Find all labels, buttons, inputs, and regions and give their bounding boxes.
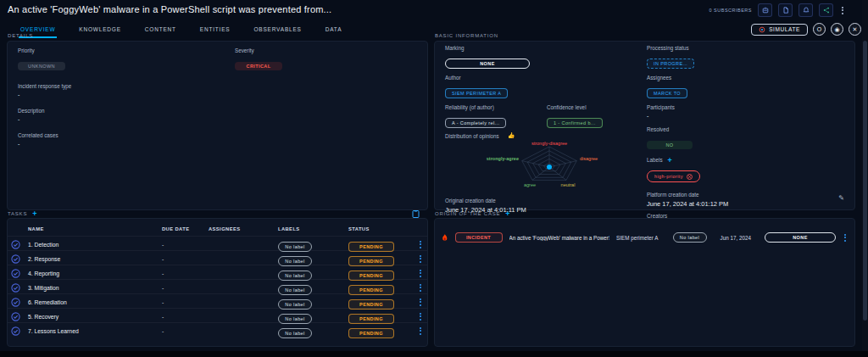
task-row[interactable]: 5. Recovery-No labelPENDING (8, 308, 427, 322)
tasks-table-body: 1. Detection-No labelPENDING2. Response-… (8, 236, 427, 337)
task-row[interactable]: 3. Mitigation-No labelPENDING (8, 279, 427, 293)
origin-incident-row[interactable]: INCIDENT An active 'FoggyWeb' malware in… (442, 229, 848, 246)
task-name: 2. Response (28, 256, 162, 262)
label-chip-high-priority[interactable]: high-priority (647, 170, 700, 182)
original-creation-date-label: Original creation date (445, 198, 645, 204)
task-due-date: - (162, 271, 209, 276)
origin-marking-chip: NONE (765, 232, 836, 243)
processing-status-label: Processing status (647, 45, 848, 51)
digest-button[interactable] (758, 3, 772, 17)
confidence-chip[interactable]: 1 - Confirmed b... (547, 118, 603, 128)
incident-response-type-label: Incident response type (18, 83, 417, 89)
share-button[interactable] (819, 3, 833, 17)
add-task-button[interactable]: + (32, 211, 37, 216)
task-row-menu[interactable] (417, 238, 424, 250)
tab-content[interactable]: CONTENT (143, 23, 178, 38)
task-row[interactable]: 2. Response-No labelPENDING (8, 250, 427, 265)
task-check-icon[interactable] (11, 312, 28, 321)
more-options-menu[interactable] (839, 4, 846, 16)
task-check-icon[interactable] (11, 269, 28, 278)
page-scrollbar[interactable] (862, 0, 868, 357)
tab-entities[interactable]: ENTITIES (198, 23, 232, 38)
fire-icon (442, 232, 448, 243)
confidence-label: Confidence level (547, 104, 645, 110)
task-due-date: - (162, 314, 209, 320)
task-row[interactable]: 4. Reporting-No labelPENDING (8, 265, 427, 279)
correlated-cases-value: - (18, 141, 417, 147)
tab-data[interactable]: DATA (324, 23, 344, 38)
edit-pencil-button[interactable]: ✎ (838, 194, 844, 202)
priority-label: Priority (18, 47, 235, 53)
task-row-menu[interactable] (417, 296, 424, 308)
notifications-button[interactable] (798, 3, 813, 17)
col-labels[interactable]: LABELS (278, 226, 348, 231)
task-row-menu[interactable] (417, 310, 424, 322)
task-check-icon[interactable] (11, 240, 28, 249)
tasks-heading: TASKS + (8, 211, 37, 216)
bottom-edge (0, 351, 868, 357)
task-row[interactable]: 7. Lessons Learned-No labelPENDING (8, 322, 427, 337)
thumbs-icon[interactable]: 👍 (508, 132, 515, 139)
radar-label-strongly-disagree: strongly-disagree (531, 141, 567, 146)
task-row-menu[interactable] (417, 267, 424, 279)
description-label: Description (18, 108, 417, 114)
tasks-panel: NAME DUE DATE ASSIGNEES LABELS STATUS 1.… (7, 218, 428, 347)
opinions-radar-chart: strongly-disagree disagree neutral agree… (477, 140, 621, 196)
task-due-date: - (162, 299, 209, 305)
task-row-menu[interactable] (417, 253, 424, 265)
share-icon (823, 7, 830, 14)
author-chip[interactable]: SIEM PERIMETER A (445, 88, 508, 98)
details-heading: DETAILS (8, 33, 33, 38)
bell-icon (803, 7, 810, 14)
participants-label: Participants (647, 104, 848, 110)
col-assignees[interactable]: ASSIGNEES (209, 226, 278, 231)
distribution-label: Distribution of opinions (445, 133, 499, 139)
origin-panel: INCIDENT An active 'FoggyWeb' malware in… (434, 218, 855, 347)
tab-observables[interactable]: OBSERVABLES (252, 23, 303, 38)
labels-label: Labels (647, 157, 663, 163)
task-row-menu[interactable] (417, 282, 424, 293)
task-check-icon[interactable] (11, 326, 28, 336)
resolved-label: Resolved (647, 126, 848, 132)
scrollbar-thumb[interactable] (863, 41, 867, 321)
cancel-icon[interactable] (687, 174, 693, 180)
task-name: 7. Lessons Learned (28, 328, 162, 334)
basic-information-heading: BASIC INFORMATION (435, 33, 498, 38)
task-check-icon[interactable] (11, 298, 28, 307)
task-name: 1. Detection (28, 242, 162, 248)
platform-creation-date-label: Platform creation date (647, 192, 848, 198)
col-status[interactable]: STATUS (348, 226, 416, 231)
task-row[interactable]: 6. Remediation-No labelPENDING (8, 293, 427, 308)
task-due-date: - (162, 285, 209, 291)
origin-row-menu[interactable] (843, 231, 848, 243)
task-row-menu[interactable] (417, 325, 424, 337)
case-incident-page: An active 'FoggyWeb' malware in a PowerS… (0, 0, 868, 357)
assignees-label: Assignees (647, 75, 848, 81)
origin-author: SIEM perimeter A (616, 235, 666, 241)
assignee-chip[interactable]: MARCK TO (647, 88, 687, 98)
processing-status-chip[interactable]: IN PROGRE... (647, 59, 694, 69)
col-name[interactable]: NAME (28, 226, 162, 231)
description-value: - (18, 116, 417, 122)
task-row[interactable]: 1. Detection-No labelPENDING (8, 236, 427, 250)
task-name: 3. Mitigation (28, 285, 162, 291)
basic-information-panel: Marking NONE Author SIEM PERIMETER A Rel… (434, 41, 855, 210)
marking-chip: NONE (445, 59, 530, 69)
secondary-actions: SIMULATE O ◉ ✕ (751, 23, 861, 36)
export-file-button[interactable] (778, 3, 793, 17)
close-overlay-button[interactable]: ✕ (849, 23, 861, 36)
camera-overlay-button[interactable]: ◉ (831, 23, 843, 36)
task-check-icon[interactable] (11, 283, 28, 293)
simulate-button[interactable]: SIMULATE (751, 24, 808, 36)
correlated-cases-label: Correlated cases (18, 132, 417, 138)
col-due-date[interactable]: DUE DATE (162, 226, 209, 231)
resolved-chip: NO (647, 141, 693, 149)
task-label-chip: No label (278, 328, 312, 338)
task-due-date: - (162, 256, 209, 262)
add-label-button[interactable]: + (668, 158, 672, 163)
task-name: 4. Reporting (28, 271, 162, 276)
record-overlay-button[interactable]: O (813, 23, 826, 36)
task-check-icon[interactable] (11, 254, 28, 264)
reliability-chip: A - Completely rel... (445, 118, 506, 128)
tab-knowledge[interactable]: KNOWLEDGE (77, 23, 122, 38)
